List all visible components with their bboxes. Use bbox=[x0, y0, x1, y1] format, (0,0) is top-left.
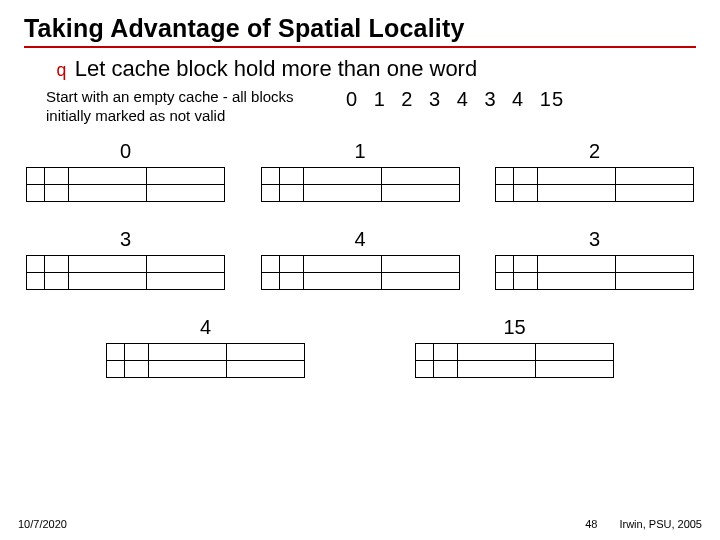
cache-table bbox=[26, 255, 225, 290]
block-label: 0 bbox=[120, 140, 131, 163]
bullet-mark-icon: q bbox=[56, 61, 67, 81]
block-label: 15 bbox=[503, 316, 525, 339]
footer-date: 10/7/2020 bbox=[18, 518, 67, 530]
intro-row: Start with an empty cache - all blocks i… bbox=[46, 88, 684, 126]
block-label: 3 bbox=[589, 228, 600, 251]
cache-table bbox=[495, 167, 694, 202]
block-label: 4 bbox=[200, 316, 211, 339]
access-sequence: 0 1 2 3 4 3 4 15 bbox=[346, 88, 564, 111]
block-label: 4 bbox=[354, 228, 365, 251]
cache-table bbox=[261, 255, 460, 290]
cache-table bbox=[26, 167, 225, 202]
bullet-text: Let cache block hold more than one word bbox=[75, 56, 477, 82]
cache-table bbox=[106, 343, 305, 378]
cache-block: 3 bbox=[26, 228, 225, 290]
block-label: 1 bbox=[354, 140, 365, 163]
block-row-3: 4 15 bbox=[26, 316, 694, 378]
slide-title: Taking Advantage of Spatial Locality bbox=[24, 14, 696, 43]
cache-block: 1 bbox=[261, 140, 460, 202]
cache-block: 3 bbox=[495, 228, 694, 290]
cache-table bbox=[415, 343, 614, 378]
slide: Taking Advantage of Spatial Locality q L… bbox=[0, 0, 720, 540]
cache-block: 0 bbox=[26, 140, 225, 202]
cache-block: 4 bbox=[261, 228, 460, 290]
cache-table bbox=[261, 167, 460, 202]
title-rule: Taking Advantage of Spatial Locality bbox=[24, 14, 696, 48]
cache-block: 15 bbox=[415, 316, 614, 378]
bullet-row: q Let cache block hold more than one wor… bbox=[56, 56, 702, 82]
block-label: 3 bbox=[120, 228, 131, 251]
block-row-1: 0 1 2 bbox=[26, 140, 694, 202]
block-row-2: 3 4 3 bbox=[26, 228, 694, 290]
block-label: 2 bbox=[589, 140, 600, 163]
intro-text: Start with an empty cache - all blocks i… bbox=[46, 88, 296, 126]
cache-block: 2 bbox=[495, 140, 694, 202]
footer-attribution: Irwin, PSU, 2005 bbox=[619, 518, 702, 530]
cache-block: 4 bbox=[106, 316, 305, 378]
footer: 10/7/2020 48 Irwin, PSU, 2005 bbox=[0, 518, 720, 530]
footer-page-number: 48 bbox=[585, 518, 597, 530]
cache-blocks-area: 0 1 2 3 4 3 bbox=[26, 140, 694, 378]
cache-table bbox=[495, 255, 694, 290]
